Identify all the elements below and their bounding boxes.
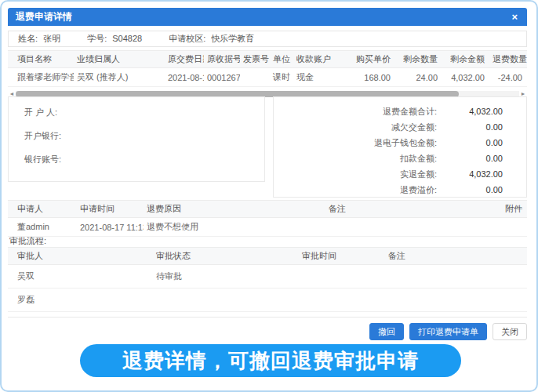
cell-approver: 吴双 — [8, 265, 153, 289]
col-remaining-amount: 剩余金额 — [442, 51, 489, 68]
amount-value: 4,032.00 — [437, 107, 503, 116]
withdraw-button[interactable]: 撤回 — [369, 323, 404, 340]
col-original-pay-date: 原交费日期 — [165, 51, 204, 68]
cell-remark — [325, 218, 488, 237]
col-approval-remark: 备注 — [385, 248, 527, 265]
student-name-label: 姓名: — [18, 34, 38, 43]
cell-approval-remark — [385, 265, 527, 289]
print-refund-form-button[interactable]: 打印退费申请单 — [409, 323, 487, 340]
cell-remaining-amount: 4,032.00 — [442, 68, 489, 87]
application-row[interactable]: 董admin 2021-08-17 11:13 退费不想使用 — [8, 218, 527, 237]
student-info-bar: 姓名: 张明 学号: S04828 申请校区: 快乐学教育 — [8, 31, 527, 47]
cell-attachment — [488, 218, 527, 237]
cell-receiving-account: 现金 — [293, 68, 347, 87]
student-id-group: 学号: S04828 — [87, 33, 142, 45]
cell-original-pay-date: 2021-08-17 — [165, 68, 204, 87]
approval-header-row: 审批人 审批状态 审批时间 备注 — [8, 248, 527, 265]
student-campus-value: 快乐学教育 — [211, 34, 254, 43]
amount-row-deduction: 扣款金额: 0.00 — [274, 151, 503, 166]
amount-row-actual-refund: 实退金额: 4,032.00 — [274, 166, 503, 182]
cell-invoice-no — [240, 68, 270, 87]
bank-name-label: 开户银行: — [24, 130, 264, 142]
cell-remaining-qty: 24.00 — [395, 68, 442, 87]
amount-row-ewallet: 退电子钱包金额: 0.00 — [274, 135, 503, 151]
col-performance-owner: 业绩归属人 — [74, 51, 165, 68]
col-approval-status: 审批状态 — [153, 248, 299, 265]
col-unit-price: 购买单价 — [347, 51, 395, 68]
cell-applicant: 董admin — [8, 218, 77, 237]
approval-table: 审批人 审批状态 审批时间 备注 吴双 待审批 罗磊 — [8, 247, 527, 312]
cell-approval-time — [299, 265, 385, 289]
approval-row[interactable]: 吴双 待审批 — [8, 265, 527, 289]
col-applicant: 申请人 — [8, 201, 77, 218]
close-button[interactable]: 关闭 — [493, 323, 527, 340]
amount-label: 退费溢价: — [400, 184, 437, 196]
cell-approval-status: 待审批 — [153, 265, 299, 289]
cell-approval-time — [299, 289, 385, 312]
amount-value: 4,032.00 — [437, 169, 503, 179]
col-refund-qty: 退费数量 — [489, 51, 527, 68]
modal-title: 退费申请详情 — [16, 10, 72, 24]
application-header-row: 申请人 申请时间 退费原因 备注 附件 — [8, 201, 527, 218]
cell-approval-status — [153, 289, 299, 312]
col-original-receipt-no: 原收据号 — [204, 51, 240, 68]
col-item-name: 项目名称 — [8, 51, 74, 68]
bank-info-box: 开 户 人: 开户银行: 银行账号: — [8, 96, 265, 182]
items-table: 项目名称 业绩归属人 原交费日期 原收据号 发票号 单位 收款账户 购买单价 剩… — [8, 50, 527, 87]
col-remaining-qty: 剩余数量 — [395, 51, 442, 68]
col-refund-reason: 退费原因 — [144, 201, 325, 218]
student-campus-label: 申请校区: — [169, 34, 205, 43]
col-apply-time: 申请时间 — [77, 201, 144, 218]
amount-label: 扣款金额: — [400, 153, 437, 165]
amount-label: 退电子钱包金额: — [374, 137, 437, 149]
items-table-section: 项目名称 业绩归属人 原交费日期 原收据号 发票号 单位 收款账户 购买单价 剩… — [8, 50, 527, 97]
bank-account-label: 银行账号: — [24, 154, 264, 165]
amount-label: 减欠交金额: — [391, 122, 437, 133]
amount-row-arrears: 减欠交金额: 0.00 — [274, 119, 503, 135]
student-name-value: 张明 — [43, 34, 60, 43]
modal-titlebar: 退费申请详情 × — [8, 8, 527, 26]
col-unit: 单位 — [270, 51, 293, 68]
amount-value: 0.00 — [437, 154, 503, 163]
col-receiving-account: 收款账户 — [293, 51, 347, 68]
col-attachment: 附件 — [488, 201, 527, 218]
modal-footer: 撤回 打印退费申请单 关闭 — [8, 317, 527, 340]
cell-performance-owner: 吴双 (推荐人) — [74, 68, 165, 87]
cell-item-name: 跟着缪老师学音乐 — [8, 68, 74, 87]
student-id-label: 学号: — [87, 34, 107, 43]
items-header-row: 项目名称 业绩归属人 原交费日期 原收据号 发票号 单位 收款账户 购买单价 剩… — [8, 51, 527, 68]
col-remark: 备注 — [325, 201, 488, 218]
application-table: 申请人 申请时间 退费原因 备注 附件 董admin 2021-08-17 11… — [8, 200, 527, 237]
cell-unit-price: 168.00 — [347, 68, 395, 87]
refund-detail-screenshot: 退费申请详情 × 姓名: 张明 学号: S04828 申请校区: 快乐学教育 项 — [0, 0, 538, 392]
student-campus-group: 申请校区: 快乐学教育 — [169, 33, 254, 45]
cell-original-receipt-no: 00012672 — [204, 68, 240, 87]
cell-refund-reason: 退费不想使用 — [144, 218, 325, 237]
account-holder-label: 开 户 人: — [24, 107, 264, 118]
cell-apply-time: 2021-08-17 11:13 — [77, 218, 144, 237]
amount-label: 实退金额: — [400, 169, 437, 180]
annotation-banner: 退费详情，可撤回退费审批申请 — [80, 344, 461, 377]
amount-label: 退费金额合计: — [383, 106, 437, 118]
cell-approval-remark — [385, 289, 527, 312]
amount-value: 0.00 — [437, 138, 503, 147]
refund-amounts-box: 退费金额合计: 4,032.00 减欠交金额: 0.00 退电子钱包金额: 0.… — [273, 96, 527, 198]
col-invoice-no: 发票号 — [240, 51, 270, 68]
amount-value: 0.00 — [437, 122, 503, 132]
col-approval-time: 审批时间 — [299, 248, 385, 265]
cell-approver: 罗磊 — [8, 289, 153, 312]
student-name-group: 姓名: 张明 — [18, 33, 60, 45]
student-id-value: S04828 — [112, 34, 142, 43]
amount-value: 0.00 — [437, 185, 503, 194]
amount-row-premium: 退费溢价: 0.00 — [274, 182, 503, 198]
amount-row-total: 退费金额合计: 4,032.00 — [274, 103, 503, 119]
cell-unit: 课时 — [270, 68, 293, 87]
cell-refund-qty: -24.00 — [489, 68, 527, 87]
col-approver: 审批人 — [8, 248, 153, 265]
close-icon[interactable]: × — [511, 12, 518, 22]
items-row[interactable]: 跟着缪老师学音乐 吴双 (推荐人) 2021-08-17 00012672 课时… — [8, 68, 527, 87]
approval-row[interactable]: 罗磊 — [8, 289, 527, 312]
approval-flow-label: 审批流程: — [9, 235, 46, 247]
